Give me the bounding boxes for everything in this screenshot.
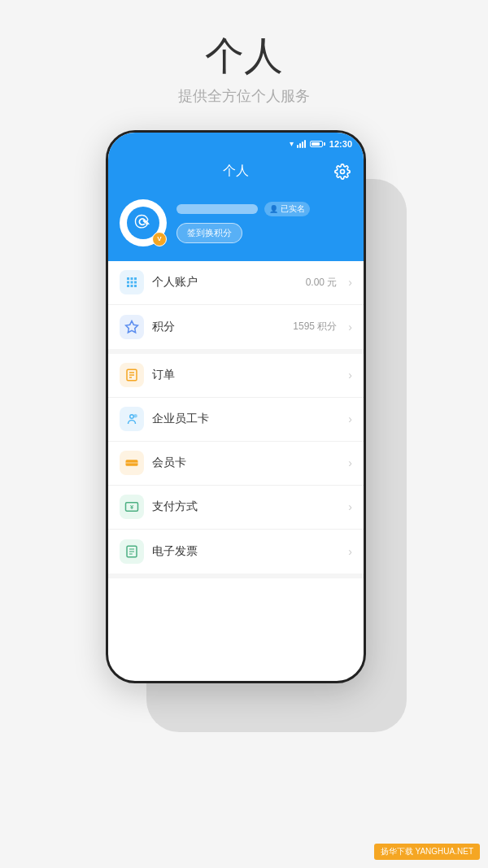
status-time: 12:30	[329, 139, 352, 149]
payment-label: 支付方式	[152, 499, 329, 514]
settings-button[interactable]	[333, 162, 352, 181]
page-header: 个人 提供全方位个人服务	[178, 0, 310, 106]
svg-point-0	[341, 169, 345, 173]
invoice-icon-wrap	[120, 539, 144, 564]
menu-item-member-card[interactable]: 会员卡 ›	[108, 442, 364, 486]
svg-point-9	[133, 414, 137, 418]
account-icon	[124, 275, 139, 290]
order-icon-wrap	[120, 363, 144, 387]
points-icon	[124, 320, 139, 334]
svg-rect-11	[126, 462, 138, 464]
signal-icon	[297, 140, 307, 148]
status-bar: ▾ 12:30	[108, 133, 364, 155]
menu-item-account[interactable]: 个人账户 0.00 元 ›	[108, 261, 364, 305]
member-card-chevron: ›	[348, 456, 352, 469]
order-chevron: ›	[348, 369, 352, 382]
verified-text: 已实名	[281, 203, 305, 215]
invoice-icon	[124, 544, 139, 559]
points-value: 1595 积分	[293, 320, 337, 334]
profile-name-bar	[176, 204, 258, 214]
staff-card-chevron: ›	[348, 412, 352, 425]
menu-item-payment[interactable]: ¥ 支付方式 ›	[108, 486, 364, 530]
account-label: 个人账户	[152, 275, 298, 290]
member-card-label: 会员卡	[152, 456, 329, 470]
account-icon-wrap	[120, 270, 144, 294]
menu-item-invoice[interactable]: 电子发票 ›	[108, 530, 364, 574]
person-icon: 👤	[269, 205, 278, 213]
svg-text:⟳: ⟳	[138, 216, 149, 229]
profile-name-row: 👤 已实名	[176, 202, 352, 216]
staff-icon-wrap	[120, 407, 144, 431]
menu-list: 个人账户 0.00 元 › 积分 1595 积分 ›	[108, 261, 364, 578]
svg-point-8	[130, 415, 134, 419]
svg-marker-3	[126, 321, 138, 332]
profile-info: 👤 已实名 签到换积分	[176, 202, 352, 243]
payment-chevron: ›	[348, 500, 352, 513]
points-chevron: ›	[348, 321, 352, 334]
points-label: 积分	[152, 320, 285, 334]
account-value: 0.00 元	[306, 276, 338, 290]
page-subtitle: 提供全方位个人服务	[178, 86, 310, 106]
battery-icon	[310, 141, 323, 147]
payment-icon-wrap: ¥	[120, 495, 144, 519]
menu-section-1: 个人账户 0.00 元 › 积分 1595 积分 ›	[108, 261, 364, 354]
menu-item-staff-card[interactable]: 企业员工卡 ›	[108, 398, 364, 442]
watermark: 扬华下载 YANGHUA.NET	[374, 844, 480, 860]
vip-badge: V	[152, 232, 167, 246]
status-icons: ▾ 12:30	[290, 139, 352, 149]
menu-item-order[interactable]: 订单 ›	[108, 354, 364, 398]
app-header: 个人	[108, 155, 364, 193]
checkin-button[interactable]: 签到换积分	[176, 223, 242, 243]
invoice-chevron: ›	[348, 545, 352, 558]
phone-mockup: ▾ 12:30 个人	[106, 130, 382, 716]
svg-text:¥: ¥	[130, 504, 134, 511]
points-icon-wrap	[120, 315, 144, 339]
member-icon-wrap	[120, 451, 144, 475]
wifi-icon: ▾	[290, 139, 294, 148]
page-title: 个人	[178, 33, 310, 80]
verified-badge: 👤 已实名	[264, 202, 310, 216]
account-chevron: ›	[348, 276, 352, 289]
staff-card-label: 企业员工卡	[152, 412, 329, 426]
staff-icon	[124, 412, 139, 426]
order-label: 订单	[152, 368, 329, 382]
vip-text: V	[157, 235, 161, 242]
phone-frame: ▾ 12:30 个人	[106, 130, 366, 683]
menu-section-2: 订单 › 企业员工卡 ›	[108, 354, 364, 578]
app-header-title: 个人	[139, 163, 333, 180]
avatar-container: ⟳ V	[120, 199, 167, 246]
order-icon	[124, 368, 139, 382]
invoice-label: 电子发票	[152, 544, 329, 559]
menu-item-points[interactable]: 积分 1595 积分 ›	[108, 305, 364, 349]
payment-icon: ¥	[124, 499, 139, 514]
member-icon	[124, 456, 139, 470]
profile-section: ⟳ V 👤 已实名 签到换积分	[108, 193, 364, 261]
